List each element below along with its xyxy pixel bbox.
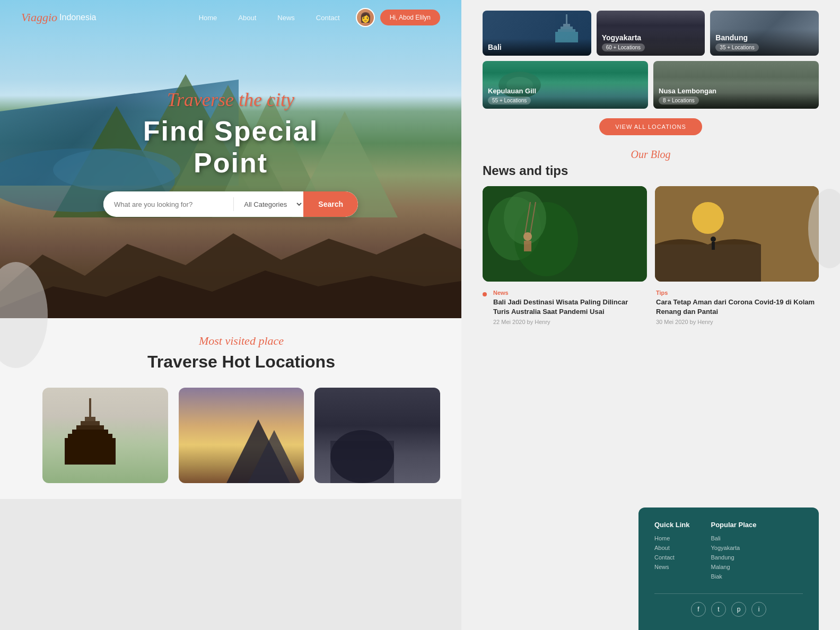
- svg-rect-13: [65, 438, 116, 465]
- bali-partial-card[interactable]: Bali: [483, 11, 591, 56]
- hot-locations-title: Traverse Hot Locations: [42, 352, 440, 372]
- article-1-title[interactable]: Bali Jadi Destinasi Wisata Paling Dilinc…: [493, 298, 645, 317]
- footer-place-malang[interactable]: Malang: [711, 564, 756, 570]
- footer-link-news[interactable]: News: [654, 564, 689, 570]
- article-2-title[interactable]: Cara Tetap Aman dari Corona Covid-19 di …: [656, 298, 819, 317]
- footer-popular-place-title: Popular Place: [711, 521, 756, 529]
- article-2-content: Tips Cara Tetap Aman dari Corona Covid-1…: [656, 290, 819, 325]
- nav-about[interactable]: About: [238, 14, 256, 22]
- article-1: News Bali Jadi Destinasi Wisata Paling D…: [483, 290, 645, 333]
- svg-rect-10: [76, 425, 104, 430]
- hero-tagline: Traverse the city: [103, 89, 358, 111]
- svg-rect-37: [712, 242, 715, 250]
- svg-rect-19: [563, 24, 570, 27]
- page-wrapper: Viaggio Indonesia Home About News Contac…: [0, 0, 840, 630]
- footer-link-contact[interactable]: Contact: [654, 554, 689, 561]
- nusa-card[interactable]: Nusa Lembongan 8 + Locations: [653, 61, 819, 109]
- yogya-locations-badge: 60 + Locations: [602, 43, 645, 51]
- svg-rect-9: [81, 421, 100, 425]
- gill-card[interactable]: Kepulauan Gill 55 + Locations: [483, 61, 648, 109]
- navbar: Viaggio Indonesia Home About News Contac…: [0, 0, 461, 34]
- articles-container: News Bali Jadi Destinasi Wisata Paling D…: [483, 290, 819, 333]
- blog-section: Our Blog News and tips: [483, 148, 819, 333]
- blog-cards: [483, 186, 819, 282]
- article-1-text: News Bali Jadi Destinasi Wisata Paling D…: [493, 290, 645, 325]
- footer-place-yogya[interactable]: Yogyakarta: [711, 545, 756, 551]
- svg-rect-8: [85, 417, 95, 421]
- gill-locations-badge: 55 + Locations: [488, 97, 531, 104]
- most-visited-label: Most visited place: [42, 334, 440, 348]
- bali-temple-icon: [549, 13, 586, 50]
- bandung-card-name: Bandung: [715, 33, 813, 42]
- nusa-card-name: Nusa Lembongan: [659, 87, 813, 95]
- svg-rect-18: [566, 14, 567, 25]
- footer-link-home[interactable]: Home: [654, 535, 689, 541]
- footer-link-about[interactable]: About: [654, 545, 689, 551]
- footer-place-bali[interactable]: Bali: [711, 535, 756, 541]
- logo-area: Viaggio Indonesia: [21, 11, 96, 24]
- location-cards: [42, 388, 440, 483]
- svg-point-36: [711, 237, 716, 242]
- nav-home[interactable]: Home: [199, 14, 217, 22]
- yogyakarta-card[interactable]: Yogyakarta 60 + Locations: [597, 11, 705, 56]
- svg-rect-21: [558, 29, 575, 32]
- bottom-section: Most visited place Traverse Hot Location…: [0, 318, 461, 499]
- footer-columns: Quick Link Home About Contact News Popul…: [654, 521, 803, 583]
- nav-contact[interactable]: Contact: [316, 14, 340, 22]
- jungle-svg: [483, 186, 647, 282]
- bandung-locations-badge: 35 + Locations: [715, 43, 758, 51]
- hero-text-area: Traverse the city Find Special Point All…: [103, 89, 358, 217]
- svg-rect-11: [72, 430, 108, 434]
- location-card-mountain[interactable]: [179, 388, 304, 483]
- svg-rect-32: [524, 241, 531, 251]
- instagram-icon[interactable]: i: [751, 602, 766, 617]
- nav-links: Home About News Contact: [199, 13, 340, 22]
- article-1-meta: 22 Mei 2020 by Henry: [493, 319, 645, 325]
- article-2-meta: 30 Mei 2020 by Henry: [656, 319, 819, 325]
- footer-popular-places: Popular Place Bali Yogyakarta Bandung Ma…: [711, 521, 756, 583]
- article-1-content: News Bali Jadi Destinasi Wisata Paling D…: [483, 290, 645, 325]
- svg-rect-35: [655, 244, 761, 282]
- location-card-cave[interactable]: [314, 388, 440, 483]
- svg-rect-17: [330, 441, 394, 483]
- article-1-dot: [483, 292, 487, 296]
- facebook-icon[interactable]: f: [691, 602, 706, 617]
- location-card-bali[interactable]: [42, 388, 168, 483]
- article-2-category: Tips: [656, 290, 819, 296]
- hero-rocks-svg: [0, 212, 461, 318]
- pinterest-icon[interactable]: p: [731, 602, 746, 617]
- logo-text: Indonesia: [59, 13, 96, 22]
- view-all-button[interactable]: VIEW ALL LOCATIONS: [599, 118, 702, 135]
- sidebar-top-row: Bali Yogyakarta 60 + Locations: [483, 11, 819, 56]
- svg-rect-12: [68, 434, 112, 438]
- footer-social: f t p i: [654, 593, 803, 617]
- logo-script: Viaggio: [21, 11, 57, 24]
- blog-card-sunset[interactable]: [655, 186, 819, 282]
- search-button[interactable]: Search: [303, 191, 358, 217]
- svg-rect-20: [561, 27, 573, 29]
- svg-rect-22: [555, 32, 578, 42]
- nav-news[interactable]: News: [277, 14, 295, 22]
- cave-svg: [314, 388, 440, 483]
- main-content: Viaggio Indonesia Home About News Contac…: [0, 0, 461, 630]
- footer-place-bandung[interactable]: Bandung: [711, 554, 756, 561]
- blog-label: Our Blog: [483, 148, 819, 161]
- search-input[interactable]: [103, 200, 233, 208]
- gill-card-name: Kepulauan Gill: [488, 87, 643, 95]
- user-greeting-button[interactable]: Hi, Abod Elilyn: [380, 10, 440, 25]
- nav-user: 👩 Hi, Abod Elilyn: [356, 8, 440, 27]
- footer-place-biak[interactable]: Biak: [711, 573, 756, 580]
- bandung-card[interactable]: Bandung 35 + Locations: [710, 11, 819, 56]
- svg-point-34: [692, 202, 724, 234]
- sunset-svg: [655, 186, 819, 282]
- blog-card-jungle[interactable]: [483, 186, 647, 282]
- nusa-locations-badge: 8 + Locations: [659, 97, 699, 104]
- hero-title: Find Special Point: [103, 115, 358, 179]
- footer-section: Quick Link Home About Contact News Popul…: [638, 508, 819, 630]
- view-all-container: VIEW ALL LOCATIONS: [483, 118, 819, 135]
- twitter-icon[interactable]: t: [711, 602, 726, 617]
- footer-quick-link-title: Quick Link: [654, 521, 689, 529]
- category-select[interactable]: All Categories Beach Mountain City: [234, 199, 303, 208]
- hero-section: Viaggio Indonesia Home About News Contac…: [0, 0, 461, 318]
- article-2: Tips Cara Tetap Aman dari Corona Covid-1…: [656, 290, 819, 333]
